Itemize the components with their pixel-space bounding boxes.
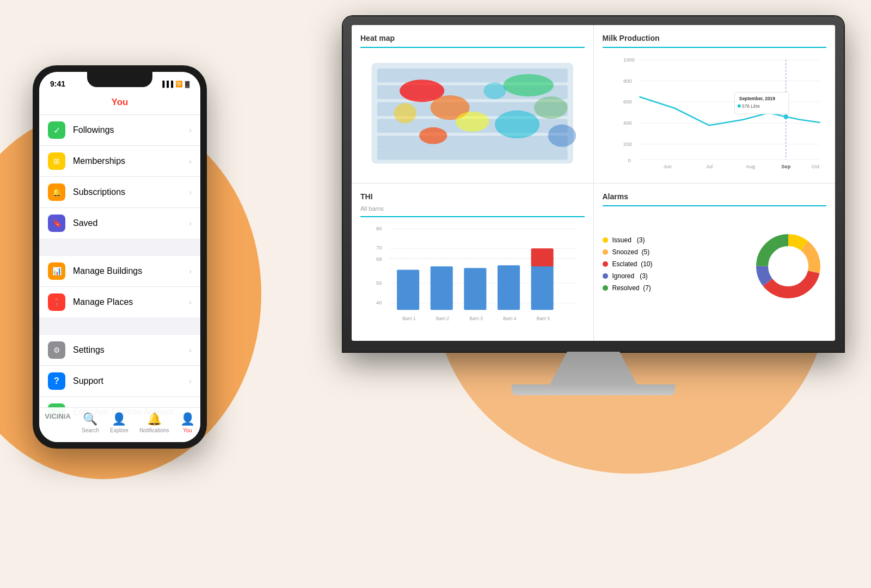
svg-text:September, 2019: September, 2019	[739, 96, 775, 101]
svg-text:70: 70	[376, 245, 382, 250]
search-tab-label: Search	[82, 427, 99, 433]
legend-esclated: Esclated (10)	[603, 260, 740, 268]
snoozed-dot	[603, 249, 608, 255]
issued-dot	[603, 237, 608, 243]
menu-item-followings[interactable]: ✓ Followings ›	[39, 115, 200, 146]
menu-item-support[interactable]: ? Support ›	[39, 366, 200, 397]
resolved-dot	[603, 285, 608, 291]
svg-rect-58	[531, 265, 554, 310]
milk-chart-svg: 1000 800 600 400 200 0	[603, 51, 827, 171]
search-tab-icon: 🔍	[83, 412, 97, 426]
svg-point-10	[503, 74, 554, 96]
svg-point-11	[495, 111, 539, 138]
svg-rect-5	[377, 136, 568, 150]
explore-tab-label: Explore	[110, 427, 128, 433]
menu-group-1: ✓ Followings › ⊞ Memberships ›	[39, 115, 200, 238]
svg-rect-6	[377, 150, 568, 160]
followings-label: Followings	[73, 125, 189, 135]
svg-point-16	[483, 82, 506, 99]
wifi-icon: 🛜	[175, 81, 183, 88]
thi-card: THI All barns 80 70 68 50 40	[352, 183, 593, 341]
manage-buildings-icon: 📊	[48, 262, 65, 280]
chevron-icon: ›	[189, 267, 192, 275]
you-tab-icon: 👤	[180, 412, 195, 426]
menu-item-subscriptions[interactable]: 🔔 Subscriptions ›	[39, 177, 200, 208]
svg-text:Jun: Jun	[663, 163, 671, 169]
home-tab-icon: VíCíNíA	[45, 412, 71, 420]
manage-places-label: Manage Places	[73, 297, 189, 307]
memberships-icon: ⊞	[48, 152, 65, 170]
explore-tab-icon: 👤	[112, 412, 126, 426]
saved-icon: 🔖	[48, 215, 65, 232]
svg-point-12	[534, 96, 568, 119]
milk-production-card: Milk Production 1000 800 600 400 200 0	[594, 25, 836, 183]
svg-text:600: 600	[623, 99, 632, 105]
svg-text:Jul: Jul	[706, 163, 713, 169]
tab-home[interactable]: VíCíNíA	[45, 412, 71, 433]
svg-text:0: 0	[628, 157, 630, 163]
manage-places-icon: 📍	[48, 293, 65, 311]
legend-resolved: Resolved (7)	[603, 284, 740, 292]
you-tab-label: You	[183, 427, 192, 433]
svg-text:80: 80	[376, 226, 382, 231]
svg-text:800: 800	[623, 78, 632, 84]
menu-item-settings[interactable]: ⚙ Settings ›	[39, 335, 200, 366]
alarms-title: Alarms	[603, 192, 827, 201]
support-icon: ?	[48, 372, 65, 390]
svg-text:Barn 2: Barn 2	[436, 316, 450, 321]
followings-icon: ✓	[48, 121, 65, 139]
svg-point-66	[769, 247, 808, 286]
menu-item-saved[interactable]: 🔖 Saved ›	[39, 208, 200, 238]
heatmap-visual	[360, 53, 585, 173]
resolved-label: Resolved (7)	[612, 284, 651, 292]
tab-search[interactable]: 🔍 Search	[82, 412, 99, 433]
heatmap-title: Heat map	[360, 34, 585, 42]
svg-text:68: 68	[376, 256, 382, 261]
tab-explore[interactable]: 👤 Explore	[110, 412, 128, 433]
milk-chart: 1000 800 600 400 200 0	[603, 51, 827, 171]
list-separator-2	[39, 317, 200, 335]
notifications-tab-icon: 🔔	[147, 412, 162, 426]
settings-label: Settings	[73, 345, 189, 355]
chevron-icon: ›	[189, 298, 192, 307]
chevron-icon: ›	[189, 188, 192, 197]
menu-item-manage-places[interactable]: 📍 Manage Places ›	[39, 287, 200, 317]
chevron-icon: ›	[189, 126, 192, 134]
tab-notifications[interactable]: 🔔 Notifications	[139, 412, 169, 433]
thi-chart-svg: 80 70 68 50 40	[360, 220, 585, 324]
support-label: Support	[73, 376, 189, 386]
alarms-content: Issued (3) Snoozed (5) Esclated (10)	[603, 212, 827, 321]
svg-text:Oct: Oct	[811, 163, 819, 169]
signal-icon: ▐▐▐	[161, 81, 173, 87]
svg-point-30	[783, 114, 788, 119]
chevron-icon: ›	[189, 219, 192, 228]
svg-text:Barn 1: Barn 1	[402, 316, 416, 321]
nav-title: You	[39, 93, 200, 115]
manage-buildings-label: Manage Buildings	[73, 266, 189, 276]
svg-point-9	[456, 112, 489, 132]
saved-label: Saved	[73, 218, 189, 228]
alarms-card: Alarms Issued (3) Snoozed (5)	[594, 183, 836, 341]
monitor-frame: Heat map	[343, 16, 844, 352]
menu-item-manage-buildings[interactable]: 📊 Manage Buildings ›	[39, 256, 200, 287]
phone-notch	[87, 72, 152, 87]
tab-you[interactable]: 👤 You	[180, 412, 195, 433]
milk-title: Milk Production	[603, 34, 827, 42]
svg-text:Sep: Sep	[781, 163, 791, 169]
phone-frame: 9:41 ▐▐▐ 🛜 ▓ You ✓ Followings	[33, 65, 207, 449]
notifications-tab-label: Notifications	[139, 427, 169, 433]
memberships-label: Memberships	[73, 156, 189, 166]
thi-chart: 80 70 68 50 40	[360, 220, 585, 324]
svg-text:200: 200	[623, 141, 632, 147]
monitor-screen: Heat map	[352, 25, 835, 341]
legend-issued: Issued (3)	[603, 236, 740, 244]
heatmap-card: Heat map	[352, 25, 593, 183]
svg-point-15	[548, 125, 576, 147]
status-icons: ▐▐▐ 🛜 ▓	[161, 81, 189, 88]
menu-item-memberships[interactable]: ⊞ Memberships ›	[39, 146, 200, 177]
chevron-icon: ›	[189, 157, 192, 166]
svg-text:40: 40	[376, 300, 382, 305]
subscriptions-label: Subscriptions	[73, 187, 189, 197]
phone-mockup: 9:41 ▐▐▐ 🛜 ▓ You ✓ Followings	[33, 65, 207, 449]
menu-group-2: 📊 Manage Buildings › 📍 Manage Places ›	[39, 256, 200, 317]
